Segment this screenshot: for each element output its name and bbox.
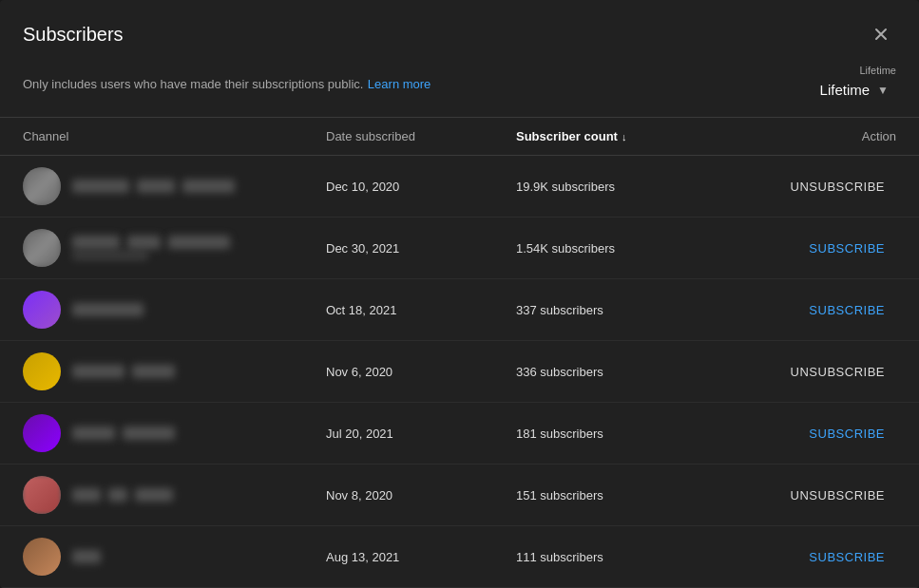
table-row: Jul 20, 2021 181 subscribers SUBSCRIBE — [0, 403, 919, 465]
close-button[interactable] — [866, 19, 896, 49]
channel-name-blur — [72, 180, 129, 193]
channel-name-block — [72, 427, 175, 440]
channel-name — [72, 180, 235, 193]
channel-cell — [23, 476, 326, 514]
channel-name-block — [72, 303, 144, 316]
table-header: Channel Date subscribed Subscriber count… — [0, 118, 919, 156]
filter-value-text: Lifetime — [820, 82, 871, 98]
date-cell: Jul 20, 2021 — [326, 427, 516, 441]
filter-dropdown[interactable]: Lifetime Lifetime ▼ — [813, 65, 896, 102]
subscribe-button[interactable]: SUBSCRIBE — [797, 421, 896, 446]
channel-cell — [23, 229, 326, 267]
modal-title: Subscribers — [23, 24, 124, 46]
sort-down-icon: ↓ — [622, 131, 627, 142]
info-bar: Only includes users who have made their … — [0, 65, 919, 117]
count-cell: 181 subscribers — [516, 427, 725, 441]
learn-more-link[interactable]: Learn more — [368, 77, 431, 91]
channel-name-blur — [72, 303, 144, 316]
channel-name-blur2 — [127, 236, 161, 249]
unsubscribe-button[interactable]: UNSUBSCRIBE — [779, 483, 896, 508]
close-icon — [872, 26, 890, 43]
action-cell: SUBSCRIBE — [725, 544, 896, 570]
action-cell: UNSUBSCRIBE — [725, 174, 896, 199]
action-cell: SUBSCRIBE — [725, 421, 896, 446]
action-cell: UNSUBSCRIBE — [725, 483, 896, 508]
channel-name-block — [72, 365, 175, 378]
channel-name — [72, 236, 230, 249]
filter-select-value[interactable]: Lifetime ▼ — [813, 78, 896, 102]
column-header-channel: Channel — [23, 129, 326, 143]
table-row: Dec 30, 2021 1.54K subscribers SUBSCRIBE — [0, 218, 919, 279]
channel-name-block — [72, 488, 173, 502]
avatar-image — [23, 229, 61, 267]
channel-cell — [23, 538, 326, 576]
subscribe-button[interactable]: SUBSCRIBE — [797, 297, 896, 323]
subscribers-modal: Subscribers Only includes users who have… — [0, 0, 919, 588]
action-cell: SUBSCRIBE — [725, 297, 896, 323]
channel-name-block — [72, 550, 101, 563]
channel-name-blur2 — [123, 427, 175, 440]
subscribe-button[interactable]: SUBSCRIBE — [797, 236, 896, 261]
avatar — [23, 538, 61, 576]
subscribe-button[interactable]: SUBSCRIBE — [797, 544, 896, 570]
channel-name-blur — [72, 236, 120, 249]
table-row: Oct 18, 2021 337 subscribers SUBSCRIBE — [0, 279, 919, 341]
channel-name-blur2 — [108, 488, 127, 502]
modal-header: Subscribers — [0, 0, 919, 65]
date-cell: Nov 6, 2020 — [326, 365, 516, 379]
channel-name-blur — [72, 550, 101, 563]
count-cell: 19.9K subscribers — [516, 180, 725, 194]
channel-name-blur — [72, 365, 124, 378]
avatar-image — [23, 167, 61, 205]
date-cell: Oct 18, 2021 — [326, 303, 516, 317]
channel-cell — [23, 352, 326, 390]
avatar — [23, 229, 61, 267]
channel-name — [72, 488, 173, 502]
column-header-action: Action — [725, 129, 896, 143]
channel-name-blur3 — [182, 180, 235, 193]
channel-name — [72, 550, 101, 563]
avatar — [23, 414, 61, 452]
column-header-count[interactable]: Subscriber count ↓ — [516, 129, 725, 143]
chevron-down-icon: ▼ — [877, 84, 889, 97]
column-label-action: Action — [862, 129, 896, 143]
info-text: Only includes users who have made their … — [23, 77, 363, 91]
avatar — [23, 352, 61, 390]
count-cell: 1.54K subscribers — [516, 241, 725, 256]
table-row: Nov 8, 2020 151 subscribers UNSUBSCRIBE — [0, 465, 919, 526]
date-cell: Aug 13, 2021 — [326, 550, 516, 564]
unsubscribe-button[interactable]: UNSUBSCRIBE — [779, 174, 896, 199]
date-cell: Dec 10, 2020 — [326, 180, 516, 194]
channel-name-blur2 — [137, 180, 175, 193]
table-body: Dec 10, 2020 19.9K subscribers UNSUBSCRI… — [0, 156, 919, 588]
channel-name — [72, 365, 175, 378]
action-cell: SUBSCRIBE — [725, 236, 896, 261]
avatar — [23, 476, 61, 514]
sub-label — [72, 251, 148, 260]
table-row: Aug 13, 2021 111 subscribers SUBSCRIBE — [0, 526, 919, 588]
action-cell: UNSUBSCRIBE — [725, 359, 896, 385]
avatar — [23, 167, 61, 205]
info-text-block: Only includes users who have made their … — [23, 75, 431, 92]
filter-label: Lifetime — [859, 65, 896, 76]
channel-name-blur2 — [132, 365, 175, 378]
channel-name-blur3 — [135, 488, 173, 502]
avatar — [23, 291, 61, 329]
channel-cell — [23, 291, 326, 329]
count-cell: 337 subscribers — [516, 303, 725, 317]
channel-cell — [23, 167, 326, 205]
channel-cell — [23, 414, 326, 452]
column-label-count: Subscriber count — [516, 129, 618, 143]
table-row: Dec 10, 2020 19.9K subscribers UNSUBSCRI… — [0, 156, 919, 218]
channel-name-blur — [72, 488, 101, 502]
count-cell: 336 subscribers — [516, 365, 725, 379]
avatar-image — [23, 476, 61, 514]
channel-name-block — [72, 236, 230, 260]
column-header-date: Date subscribed — [326, 129, 516, 143]
date-cell: Dec 30, 2021 — [326, 241, 516, 256]
table-row: Nov 6, 2020 336 subscribers UNSUBSCRIBE — [0, 341, 919, 403]
unsubscribe-button[interactable]: UNSUBSCRIBE — [779, 359, 896, 385]
channel-name — [72, 303, 144, 316]
channel-name — [72, 427, 175, 440]
column-label-channel: Channel — [23, 129, 68, 143]
